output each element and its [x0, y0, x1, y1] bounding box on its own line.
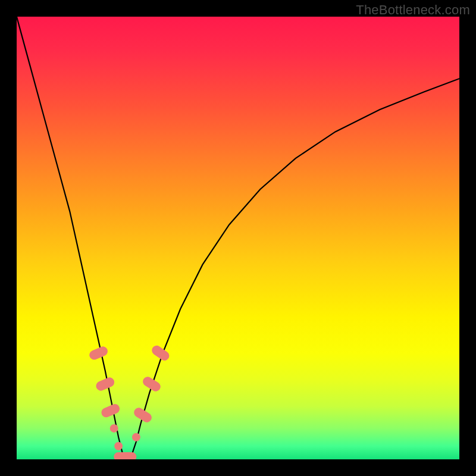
- watermark-text: TheBottleneck.com: [356, 2, 470, 18]
- data-marker: [132, 433, 140, 441]
- data-marker: [114, 442, 123, 450]
- data-markers: [88, 344, 171, 459]
- data-marker: [114, 452, 136, 459]
- bottleneck-curve: [17, 17, 459, 459]
- data-marker: [95, 376, 116, 392]
- plot-area: [17, 17, 459, 459]
- data-marker: [132, 406, 154, 424]
- data-marker: [100, 403, 121, 419]
- curve-path: [17, 17, 459, 459]
- data-marker: [88, 345, 109, 361]
- data-marker: [110, 424, 118, 433]
- data-marker: [141, 375, 162, 393]
- chart-svg: [17, 17, 459, 459]
- chart-container: { "watermark": "TheBottleneck.com", "cha…: [0, 0, 476, 476]
